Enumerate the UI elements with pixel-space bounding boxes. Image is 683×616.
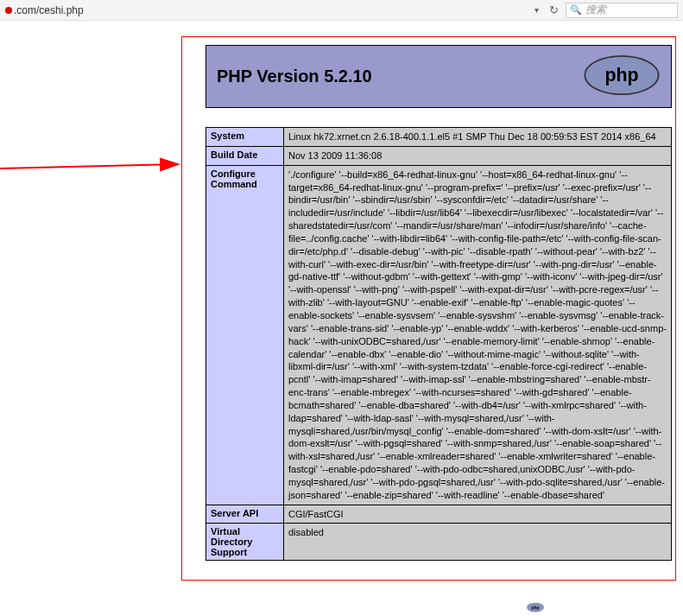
- row-label: Server API: [206, 505, 284, 524]
- watermark-baidu: Baidu: [616, 564, 678, 588]
- table-row: Virtual Directory Support disabled: [206, 524, 672, 561]
- row-label: Build Date: [206, 146, 284, 165]
- svg-text:php: php: [604, 65, 638, 86]
- row-value: disabled: [284, 524, 672, 561]
- row-label: System: [206, 128, 284, 147]
- row-label: Virtual Directory Support: [206, 524, 284, 561]
- row-value: './configure' '--build=x86_64-redhat-lin…: [284, 165, 672, 505]
- page-title: PHP Version 5.2.10: [217, 67, 372, 86]
- table-row: Build Date Nov 13 2009 11:36:08: [206, 146, 672, 165]
- row-value: Nov 13 2009 11:36:08: [284, 146, 672, 165]
- row-label: Configure Command: [206, 165, 284, 505]
- table-row: Server API CGI/FastCGI: [206, 505, 672, 524]
- phpinfo-header: PHP Version 5.2.10 php: [206, 45, 672, 108]
- favicon-dot: [5, 7, 12, 14]
- footer-php-cn: php php 中文网: [526, 600, 601, 614]
- svg-point-3: [527, 602, 544, 612]
- table-row: System Linux hk72.xrnet.cn 2.6.18-400.1.…: [206, 128, 672, 147]
- phpinfo-table: System Linux hk72.xrnet.cn 2.6.18-400.1.…: [206, 127, 672, 561]
- row-value: CGI/FastCGI: [284, 505, 672, 524]
- url-bar[interactable]: .com/ceshi.php: [3, 4, 84, 16]
- php-logo: php: [583, 54, 661, 98]
- svg-text:php: php: [531, 605, 539, 610]
- annotation-arrow: [0, 35, 186, 207]
- table-row: Configure Command './configure' '--build…: [206, 165, 672, 505]
- refresh-button[interactable]: ↻: [546, 2, 562, 18]
- svg-line-0: [0, 164, 177, 168]
- phpinfo-page: PHP Version 5.2.10 php System Linux hk72…: [181, 35, 678, 561]
- url-text: .com/ceshi.php: [14, 4, 84, 16]
- browser-toolbar: .com/ceshi.php ▾ ↻ 🔍 搜索: [0, 0, 683, 21]
- search-input[interactable]: 🔍 搜索: [566, 3, 678, 18]
- history-dropdown[interactable]: ▾: [531, 3, 542, 16]
- row-value: Linux hk72.xrnet.cn 2.6.18-400.1.1.el5 #…: [284, 128, 672, 147]
- search-placeholder: 搜索: [585, 3, 606, 17]
- watermark-jingyan: jingyan.baidu: [623, 602, 680, 613]
- search-icon: 🔍: [570, 4, 582, 16]
